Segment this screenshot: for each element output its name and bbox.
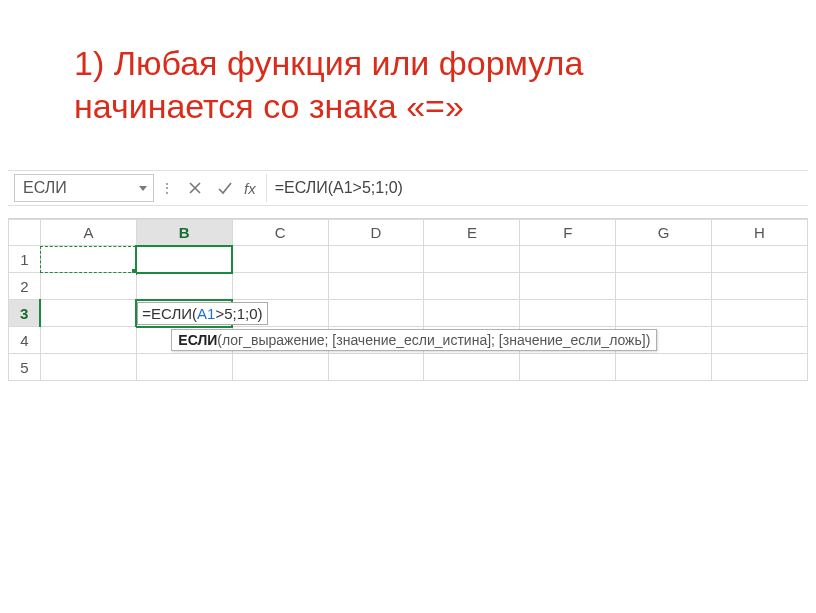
formula-input[interactable]: =ЕСЛИ(A1>5;1;0): [266, 174, 802, 202]
col-header-E[interactable]: E: [424, 220, 520, 246]
cell-G1[interactable]: [616, 246, 712, 273]
cell-A3[interactable]: [40, 300, 136, 327]
cell-H3[interactable]: [712, 300, 808, 327]
col-header-C[interactable]: C: [232, 220, 328, 246]
name-box-value: ЕСЛИ: [23, 179, 67, 197]
cell-H2[interactable]: [712, 273, 808, 300]
name-box[interactable]: ЕСЛИ: [14, 174, 154, 202]
cell-E1[interactable]: [424, 246, 520, 273]
formula-prefix: =ЕСЛИ(: [142, 305, 197, 322]
cell-B3[interactable]: =ЕСЛИ(A1>5;1;0) ЕСЛИ(лог_выражение; [зна…: [136, 300, 232, 327]
cell-F1[interactable]: [520, 246, 616, 273]
cell-F2[interactable]: [520, 273, 616, 300]
vertical-dots-icon: ⋮: [154, 180, 180, 196]
cell-H1[interactable]: [712, 246, 808, 273]
tooltip-fname: ЕСЛИ: [178, 332, 217, 348]
excel-screenshot: ЕСЛИ ⋮ fx =ЕСЛИ(A1>5;1;0) A B C D E F G …: [8, 170, 808, 381]
col-header-B[interactable]: B: [136, 220, 232, 246]
select-all-corner[interactable]: [9, 220, 41, 246]
row-header-2[interactable]: 2: [9, 273, 41, 300]
col-header-A[interactable]: A: [40, 220, 136, 246]
cell-D3[interactable]: [328, 300, 424, 327]
fx-icon[interactable]: fx: [244, 180, 256, 197]
cell-D1[interactable]: [328, 246, 424, 273]
cell-A5[interactable]: [40, 354, 136, 381]
enter-button[interactable]: [210, 174, 240, 202]
cell-D5[interactable]: [328, 354, 424, 381]
cell-C1[interactable]: [232, 246, 328, 273]
cell-B1[interactable]: [136, 246, 232, 273]
cell-G2[interactable]: [616, 273, 712, 300]
col-header-F[interactable]: F: [520, 220, 616, 246]
col-header-H[interactable]: H: [712, 220, 808, 246]
cell-G3[interactable]: [616, 300, 712, 327]
row-header-3[interactable]: 3: [9, 300, 41, 327]
cell-C2[interactable]: [232, 273, 328, 300]
slide-title: 1) Любая функция или формула начинается …: [74, 42, 714, 127]
cell-H4[interactable]: [712, 327, 808, 354]
cell-A1[interactable]: [40, 246, 136, 273]
col-header-G[interactable]: G: [616, 220, 712, 246]
function-tooltip: ЕСЛИ(лог_выражение; [значение_если_истин…: [171, 329, 657, 351]
formula-suffix: >5;1;0): [215, 305, 262, 322]
row-header-4[interactable]: 4: [9, 327, 41, 354]
cell-A4[interactable]: [40, 327, 136, 354]
cell-H5[interactable]: [712, 354, 808, 381]
cell-C5[interactable]: [232, 354, 328, 381]
cancel-button[interactable]: [180, 174, 210, 202]
row-header-1[interactable]: 1: [9, 246, 41, 273]
cell-B5[interactable]: [136, 354, 232, 381]
cell-E3[interactable]: [424, 300, 520, 327]
cell-A2[interactable]: [40, 273, 136, 300]
row-header-5[interactable]: 5: [9, 354, 41, 381]
cell-editor[interactable]: =ЕСЛИ(A1>5;1;0): [137, 302, 267, 325]
cell-G5[interactable]: [616, 354, 712, 381]
cell-F3[interactable]: [520, 300, 616, 327]
col-header-D[interactable]: D: [328, 220, 424, 246]
cell-E2[interactable]: [424, 273, 520, 300]
cell-D2[interactable]: [328, 273, 424, 300]
cell-F5[interactable]: [520, 354, 616, 381]
cell-B2[interactable]: [136, 273, 232, 300]
formula-cell-ref: A1: [197, 305, 215, 322]
chevron-down-icon[interactable]: [139, 186, 147, 191]
tooltip-args: (лог_выражение; [значение_если_истина]; …: [217, 332, 650, 348]
cell-E5[interactable]: [424, 354, 520, 381]
spreadsheet-grid: A B C D E F G H 1 2: [8, 218, 808, 381]
formula-bar: ЕСЛИ ⋮ fx =ЕСЛИ(A1>5;1;0): [8, 170, 808, 206]
